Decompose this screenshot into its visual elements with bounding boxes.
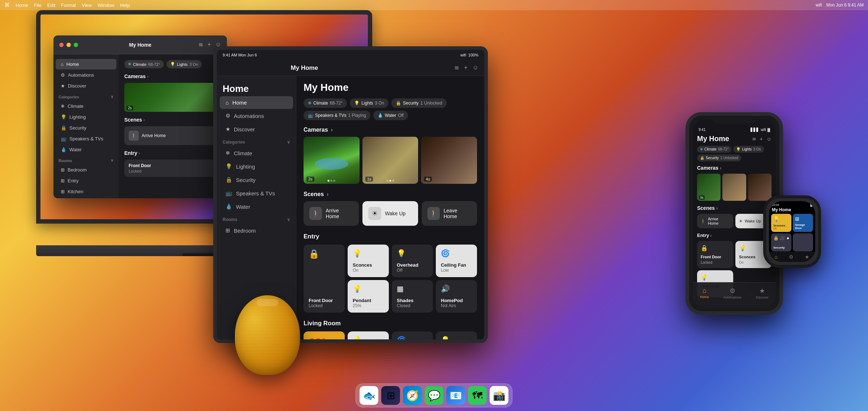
ipad-camera-1[interactable]: 2s [304,137,360,184]
ipad-sidebar-security[interactable]: 🔒 Security [220,173,293,186]
menu-help[interactable]: Help [120,3,130,8]
ipad-climate-chip[interactable]: ❄ Climate 68-72° [304,98,347,108]
dock-launchpad[interactable]: ⊞ [381,386,400,405]
ipad-smiley-icon[interactable]: ☺ [473,64,478,71]
lights-chip[interactable]: 💡 Lights 3 On [167,60,202,68]
ipad-sidebar-bedroom[interactable]: ⊞ Bedroom [220,224,293,237]
ipad-security-chip[interactable]: 🔒 Security 1 Unlocked [391,98,446,108]
ipad-add-icon[interactable]: + [464,64,467,71]
iphone-front-door[interactable]: 🔒 Front Door Locked [697,241,733,268]
dock-finder[interactable]: 🐟 [360,386,378,405]
ipad-sidebar-automations[interactable]: ⚙ Automations [220,109,293,122]
iphone-lights-chip[interactable]: 💡 Lights 3 On [733,146,764,153]
maximize-button[interactable] [74,43,78,47]
sidebar-item-living-room[interactable]: ⊞ Living Room [56,197,116,198]
iphone-climate-chip[interactable]: ❄ Climate 68-72° [697,146,731,153]
ipad-overhead-card[interactable]: 💡 Overhead Off [392,245,433,277]
sidebar-item-speakers[interactable]: 📺 Speakers & TVs [56,134,116,144]
add-icon[interactable]: + [207,41,211,48]
ipad-water-chip[interactable]: 💧 Water Off [373,111,408,120]
sidebar-item-entry[interactable]: ⊞ Entry [56,175,116,186]
ipad-accent-lights-card[interactable]: 💡 Accent L Off [436,331,477,339]
ipad-sidebar-speakers[interactable]: 📺 Speakers & TVs [220,187,293,200]
watch-garage-card[interactable]: ⊞ Garage Door [793,214,813,232]
front-door-card[interactable]: Front Door Locked [124,160,221,177]
dock-mail[interactable]: 📧 [446,386,465,405]
dock-maps[interactable]: 🗺 [468,386,487,405]
ipad-thermostat-card[interactable]: 68° Thermostat Heating to 70 [304,331,345,339]
scenes-section-title[interactable]: Scenes › [124,117,221,123]
ipad-ceiling-lights-card[interactable]: 💡 Ceiling Lights 90% [348,331,389,339]
mac-camera-1[interactable]: 2s [124,83,221,112]
ipad-sidebar-lighting[interactable]: 💡 Lighting [220,160,293,173]
menu-format[interactable]: Format [61,3,76,8]
iphone-cam-2[interactable] [722,174,746,201]
watch-tab-automations[interactable]: ⚙ [789,254,794,260]
ipad-mic-icon[interactable]: ≋ [454,64,459,71]
iphone-arrive-home[interactable]: 🚶 Arrive Home [697,214,733,228]
dock-photos[interactable]: 📸 [490,386,508,405]
entry-section-title[interactable]: Entry › [124,150,221,156]
watch-security-card[interactable]: 🔒 🎥 ● Security [771,233,791,251]
ipad-shades-card[interactable]: ▦ Shades Closed [392,280,433,313]
dock-safari[interactable]: 🧭 [403,386,422,405]
sidebar-item-water[interactable]: 💧 Water [56,144,116,155]
ipad-lights-chip[interactable]: 💡 Lights 3 On [350,98,388,108]
ipad-speakers-chip[interactable]: 📺 Speakers & TVs 1 Playing [304,111,370,120]
ipad-leave-home-scene[interactable]: 🚶 Leave Home [422,201,477,226]
app-name[interactable]: Home [16,3,28,8]
ipad-ceiling-fan-card[interactable]: 🌀 Ceiling Fan Low [436,245,477,277]
ipad-scenes-title[interactable]: Scenes › [304,191,477,198]
sidebar-item-kitchen[interactable]: ⊞ Kitchen [56,186,116,197]
iphone-smiley-icon[interactable]: ☺ [766,136,772,142]
watch-tab-home[interactable]: ⌂ [775,254,778,260]
cameras-section-title[interactable]: Cameras › [124,73,221,79]
arrive-home-scene[interactable]: 🚶 Arrive Home [124,126,221,145]
dock-messages[interactable]: 💬 [425,386,443,405]
iphone-cam-1[interactable]: 3s [697,174,721,201]
ipad-homepod-card[interactable]: 🔊 HomePod Not Airs [436,280,477,313]
sidebar-item-automations[interactable]: ⚙ Automations [56,70,116,80]
pendant-name: Pendant [353,298,384,303]
close-button[interactable] [59,43,64,47]
menu-window[interactable]: Window [98,3,114,8]
minimize-button[interactable] [66,43,71,47]
sidebar-item-bedroom[interactable]: ⊞ Bedroom [56,165,116,175]
sidebar-item-climate[interactable]: ❄ Climate [56,101,116,111]
mic-icon[interactable]: ≋ [198,41,203,48]
climate-chip[interactable]: ❄ Climate 68-72° [124,60,164,68]
watch-sconces-card[interactable]: 💡 Sconces On [771,214,791,232]
sidebar-item-security[interactable]: 🔒 Security [56,123,116,133]
menu-file[interactable]: File [34,3,42,8]
ipad-camera-3[interactable]: 4s [421,137,477,184]
iphone-tab-discover[interactable]: ★ Discover [756,287,769,299]
iphone-cameras-title[interactable]: Cameras › [693,165,776,174]
watch-tab-discover[interactable]: ★ [805,254,809,260]
sidebar-item-lighting[interactable]: 💡 Lighting [56,112,116,122]
ipad-sidebar-water[interactable]: 💧 Water [220,200,293,213]
ipad-camera-2[interactable]: 1s [362,137,418,184]
iphone-add-icon[interactable]: + [760,136,763,142]
ipad-sidebar-climate[interactable]: ❄ Climate [220,147,293,160]
ipad-smart-fan-card[interactable]: 🌀 Smart Fan Off [392,331,433,339]
menu-edit[interactable]: Edit [47,3,55,8]
iphone-entry-title: Entry › [697,233,772,238]
ipad-sidebar-home[interactable]: ⌂ Home [220,96,293,109]
sidebar-item-home[interactable]: ⌂ Home [56,59,116,69]
ipad-cameras-title[interactable]: Cameras › [304,127,477,133]
iphone-tab-automations[interactable]: ⚙ Automations [723,287,741,299]
iphone-security-chip[interactable]: 🔒 Security 1 Unlocked [697,154,741,161]
sidebar-item-discover[interactable]: ★ Discover [56,81,116,91]
menu-view[interactable]: View [82,3,92,8]
ipad-arrive-home-scene[interactable]: 🚶 Arrive Home [304,201,359,226]
menubar: ⌘ Home File Edit Format View Window Help… [0,0,868,10]
ipad-wake-up-scene[interactable]: ☀ Wake Up [362,201,418,226]
apple-menu[interactable]: ⌘ [4,2,10,8]
ipad-sidebar-discover[interactable]: ★ Discover [220,123,293,136]
ipad-pendant-card[interactable]: 💡 Pendant 25% [348,280,389,313]
iphone-tab-home[interactable]: ⌂ Home [700,287,709,299]
iphone-mic-icon[interactable]: ≋ [752,136,756,142]
iphone-overhead-icon: 💡 [701,274,730,281]
ipad-front-door-card[interactable]: 🔒 Front Door Locked [304,245,345,313]
ipad-sconces-card[interactable]: 💡 Sconces On [348,245,389,277]
